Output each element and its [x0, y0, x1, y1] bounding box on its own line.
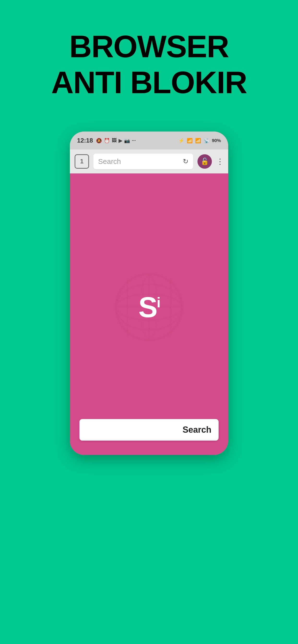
title-line2: ANTI BLOKIR — [51, 65, 247, 100]
reload-icon[interactable]: ↻ — [183, 158, 188, 165]
app-title-heading: BROWSER ANTI BLOKIR — [51, 29, 247, 100]
title-line1: BROWSER — [51, 29, 247, 65]
status-bar: 12:18 🔕 ⏰ 🖼 ▶ 📷 ··· ⚡ 📶 📶 📡 90% — [70, 132, 228, 150]
bluetooth-icon: ⚡ — [178, 138, 184, 144]
notification-icons: 🔕 ⏰ 🖼 ▶ 📷 ··· — [96, 138, 136, 144]
privacy-lock-button[interactable]: 🔓 — [198, 154, 212, 169]
more-icon: ··· — [132, 138, 136, 143]
bottom-search-bar[interactable]: Search — [79, 419, 219, 440]
browser-menu-button[interactable]: ⋮ — [216, 157, 223, 166]
time-display: 12:18 — [77, 137, 93, 144]
mute-icon: 🔕 — [96, 138, 102, 144]
bottom-search-label: Search — [183, 425, 211, 435]
search-bar-placeholder: Search — [98, 158, 121, 166]
camera-icon: 📷 — [124, 138, 130, 144]
app-logo-area: Si — [113, 271, 185, 343]
app-logo-text: Si — [138, 293, 160, 322]
signal-icon2: 📶 — [195, 138, 201, 144]
url-search-bar[interactable]: Search ↻ — [93, 154, 193, 169]
wifi-icon: 📡 — [203, 138, 209, 144]
phone-mockup: 12:18 🔕 ⏰ 🖼 ▶ 📷 ··· ⚡ 📶 📶 📡 90% 1 — [70, 132, 228, 455]
status-right: ⚡ 📶 📶 📡 90% — [178, 138, 221, 144]
status-left: 12:18 🔕 ⏰ 🖼 ▶ 📷 ··· — [77, 137, 136, 144]
signal-icon: 📶 — [187, 138, 193, 144]
gallery-icon: 🖼 — [112, 138, 117, 143]
tab-indicator[interactable]: 1 — [75, 154, 89, 169]
lock-icon: 🔓 — [201, 158, 209, 165]
battery-display: 90% — [212, 138, 221, 143]
alarm-icon: ⏰ — [104, 138, 110, 144]
globe-logo: Si — [113, 271, 185, 343]
play-icon: ▶ — [118, 138, 122, 144]
browser-chrome: 1 Search ↻ 🔓 ⋮ — [70, 150, 228, 174]
browser-content-area: Si Search — [70, 174, 228, 455]
